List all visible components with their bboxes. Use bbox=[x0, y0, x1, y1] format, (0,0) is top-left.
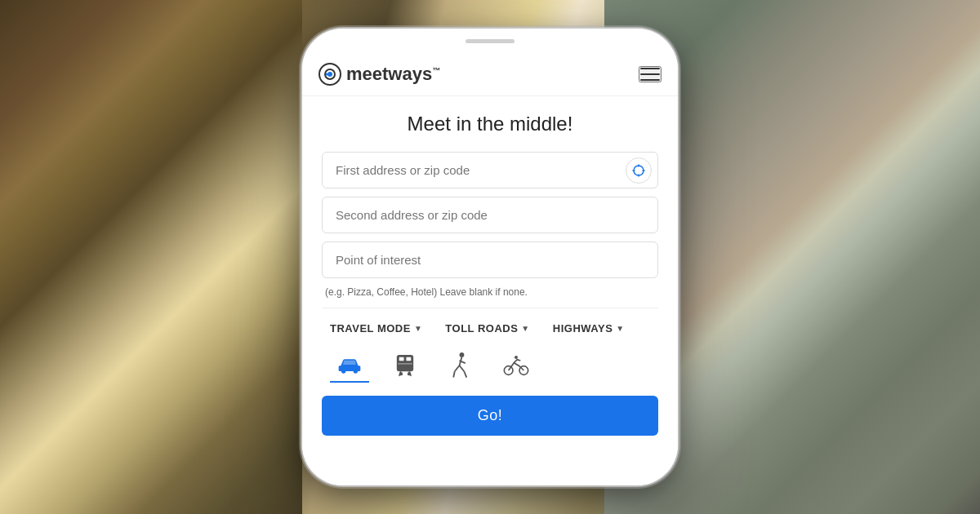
hamburger-line-2 bbox=[640, 73, 660, 75]
transport-car[interactable] bbox=[330, 348, 369, 383]
svg-point-26 bbox=[504, 366, 513, 375]
svg-point-4 bbox=[634, 166, 644, 175]
phone-speaker bbox=[466, 39, 514, 43]
crosshair-icon bbox=[631, 163, 646, 178]
options-row: TRAVEL MODE ▼ TOLL ROADS ▼ HIGHWAYS ▼ bbox=[322, 318, 658, 339]
divider bbox=[322, 308, 658, 308]
svg-rect-14 bbox=[398, 363, 412, 364]
first-address-group bbox=[322, 152, 658, 188]
second-address-group bbox=[322, 197, 658, 233]
travel-mode-label: TRAVEL MODE bbox=[330, 322, 411, 335]
bike-icon bbox=[503, 352, 529, 379]
svg-point-19 bbox=[460, 352, 465, 357]
toll-roads-label: TOLL ROADS bbox=[445, 322, 518, 335]
walk-icon bbox=[448, 352, 474, 379]
hamburger-line-1 bbox=[640, 68, 660, 69]
poi-input[interactable] bbox=[322, 241, 658, 278]
highways-label: HIGHWAYS bbox=[553, 322, 613, 335]
svg-line-21 bbox=[455, 366, 460, 371]
svg-point-3 bbox=[326, 73, 328, 76]
travel-mode-chevron: ▼ bbox=[414, 324, 422, 333]
first-address-input[interactable] bbox=[322, 152, 658, 188]
svg-line-24 bbox=[453, 371, 454, 377]
transit-icon bbox=[392, 352, 418, 379]
logo-tm: ™ bbox=[432, 66, 440, 75]
hint-text: (e.g. Pizza, Coffee, Hotel) Leave blank … bbox=[325, 286, 655, 298]
main-content: Meet in the middle! bbox=[302, 96, 678, 452]
svg-point-9 bbox=[341, 369, 345, 373]
svg-line-22 bbox=[460, 366, 465, 371]
highways-button[interactable]: HIGHWAYS ▼ bbox=[545, 318, 633, 339]
background-left bbox=[0, 0, 302, 514]
headline: Meet in the middle! bbox=[322, 113, 658, 135]
phone-content: meetways™ Meet in the middle! bbox=[302, 53, 678, 485]
logo-icon bbox=[318, 63, 341, 86]
go-button[interactable]: Go! bbox=[322, 396, 658, 436]
navbar: meetways™ bbox=[302, 53, 678, 96]
phone-top-bar bbox=[302, 29, 678, 53]
svg-rect-13 bbox=[406, 357, 411, 361]
toll-roads-button[interactable]: TOLL ROADS ▼ bbox=[437, 318, 537, 339]
svg-rect-12 bbox=[399, 357, 404, 361]
svg-point-28 bbox=[514, 356, 518, 359]
toll-roads-chevron: ▼ bbox=[521, 324, 529, 333]
logo: meetways™ bbox=[318, 63, 440, 86]
logo-text: meetways™ bbox=[346, 64, 440, 85]
menu-button[interactable] bbox=[639, 66, 662, 82]
transport-bike[interactable] bbox=[497, 349, 536, 382]
transport-transit[interactable] bbox=[385, 349, 425, 382]
poi-group bbox=[322, 241, 658, 278]
logo-meet: meet bbox=[346, 64, 388, 84]
second-address-input[interactable] bbox=[322, 197, 658, 233]
location-button[interactable] bbox=[626, 157, 652, 184]
phone-device: meetways™ Meet in the middle! bbox=[302, 29, 678, 485]
transport-walk[interactable] bbox=[441, 349, 480, 382]
svg-line-25 bbox=[464, 371, 466, 377]
logo-ways: ways bbox=[388, 64, 432, 84]
car-icon bbox=[336, 352, 363, 378]
svg-point-2 bbox=[327, 72, 332, 77]
svg-point-10 bbox=[354, 369, 358, 373]
hamburger-line-3 bbox=[640, 79, 660, 81]
travel-mode-button[interactable]: TRAVEL MODE ▼ bbox=[322, 318, 430, 339]
highways-chevron: ▼ bbox=[616, 324, 624, 333]
transport-row bbox=[322, 348, 658, 383]
